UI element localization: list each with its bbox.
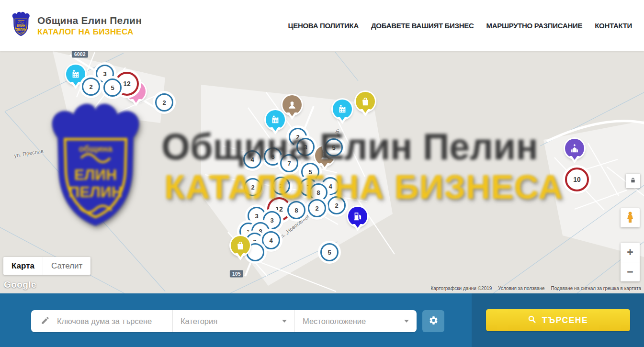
search-button[interactable]: ТЪРСЕНЕ — [486, 309, 630, 331]
bag-pin[interactable] — [231, 236, 250, 255]
factory-pin[interactable] — [266, 110, 285, 129]
search-button-label: ТЪРСЕНЕ — [542, 315, 588, 325]
nav-add-your-business[interactable]: ДОБАВЕТЕ ВАШИЯТ БИЗНЕС — [371, 22, 474, 30]
svg-text:ПЕЛИН: ПЕЛИН — [16, 27, 27, 31]
map-type-satellite-button[interactable]: Сателит — [43, 257, 90, 275]
factory-pin[interactable] — [333, 100, 352, 119]
site-title: Община Елин Пелин — [37, 15, 142, 26]
worker-pin[interactable] — [282, 95, 302, 114]
cluster-marker[interactable]: 2 — [82, 78, 100, 96]
search-pill: Категория Местоположение — [31, 310, 417, 332]
fuel-pin[interactable] — [348, 207, 367, 226]
bag-pin[interactable] — [356, 92, 375, 111]
attribution-copyright: Картографски данни ©2019 — [430, 286, 492, 291]
municipality-crest-icon: община ЕЛИН ПЕЛИН — [10, 11, 32, 41]
zoom-in-button[interactable]: + — [621, 243, 640, 262]
search-bar: Категория Местоположение ТЪРСЕНЕ — [0, 293, 644, 347]
google-logo[interactable]: Google — [4, 280, 36, 290]
lock-icon — [629, 177, 637, 186]
zoom-control: + − — [621, 243, 640, 281]
cluster-marker[interactable]: 5 — [320, 243, 339, 261]
map-type-control: Карта Сателит — [3, 257, 90, 275]
cluster-marker[interactable]: 3 — [296, 138, 315, 156]
cluster-marker[interactable]: 2 — [272, 177, 290, 195]
site-logo[interactable]: община ЕЛИН ПЕЛИН Община Елин Пелин КАТА… — [10, 11, 142, 41]
attribution-report-link[interactable]: Подаване на сигнал за грешка в картата — [551, 286, 641, 291]
map-attribution: Картографски данни ©2019 Условия за полз… — [430, 286, 641, 291]
factory-pin[interactable] — [66, 65, 85, 84]
cluster-marker[interactable]: 2 — [308, 199, 326, 217]
attribution-terms-link[interactable]: Условия за ползване — [498, 286, 544, 291]
advanced-search-button[interactable] — [422, 310, 444, 332]
map-type-map-button[interactable]: Карта — [3, 257, 43, 275]
main-nav: ЦЕНОВА ПОЛИТИКА ДОБАВЕТЕ ВАШИЯТ БИЗНЕС М… — [288, 22, 632, 30]
cluster-marker[interactable]: 7 — [280, 154, 298, 172]
chevron-down-icon — [282, 320, 287, 323]
gear-icon — [429, 315, 439, 327]
markers-layer: 12325223564752274821282333834510 — [0, 51, 644, 293]
keyword-section — [31, 310, 172, 332]
site-subtitle: КАТАЛОГ НА БИЗНЕСА — [37, 27, 142, 37]
cluster-marker[interactable]: 4 — [243, 150, 261, 168]
keyword-search-input[interactable] — [56, 316, 172, 326]
logo-text: Община Елин Пелин КАТАЛОГ НА БИЗНЕСА — [37, 15, 142, 37]
search-bar-right: ТЪРСЕНЕ — [472, 293, 644, 347]
chevron-down-icon — [404, 320, 409, 323]
lock-button[interactable] — [626, 174, 640, 188]
pegman-icon — [624, 211, 636, 225]
cluster-marker[interactable]: 2 — [155, 93, 173, 112]
nav-pricing-policy[interactable]: ЦЕНОВА ПОЛИТИКА — [288, 22, 359, 30]
nav-contacts[interactable]: КОНТАКТИ — [595, 22, 632, 30]
cluster-marker[interactable]: 5 — [103, 78, 122, 97]
cluster-marker[interactable]: 6 — [264, 147, 282, 166]
cluster-marker[interactable]: 4 — [262, 231, 280, 249]
cluster-marker[interactable]: 5 — [325, 138, 343, 157]
svg-text:община: община — [18, 20, 25, 22]
location-select[interactable]: Местоположение — [294, 310, 417, 332]
cluster-marker[interactable]: 10 — [565, 168, 589, 191]
church-pin[interactable] — [565, 139, 584, 158]
svg-text:ЕЛИН: ЕЛИН — [17, 24, 25, 27]
zoom-out-button[interactable]: − — [621, 262, 640, 281]
cluster-marker[interactable]: 2 — [244, 178, 262, 196]
map-canvas[interactable]: 6002105ул. Преславбул. „Новоселци“ции 12… — [0, 51, 644, 293]
pegman-button[interactable] — [621, 208, 640, 227]
category-select[interactable]: Категория — [172, 310, 294, 332]
header: община ЕЛИН ПЕЛИН Община Елин Пелин КАТА… — [0, 0, 644, 51]
nav-route-schedule[interactable]: МАРШРУТНО РАЗПИСАНИЕ — [486, 22, 582, 30]
location-select-label: Местоположение — [303, 317, 366, 326]
pencil-icon — [41, 316, 50, 327]
cluster-marker[interactable]: 8 — [287, 201, 305, 219]
search-bar-left: Категория Местоположение — [0, 293, 472, 347]
page: община ЕЛИН ПЕЛИН Община Елин Пелин КАТА… — [0, 0, 644, 347]
category-select-label: Категория — [181, 317, 217, 326]
cluster-marker[interactable]: 2 — [328, 196, 346, 214]
search-icon — [528, 315, 536, 326]
